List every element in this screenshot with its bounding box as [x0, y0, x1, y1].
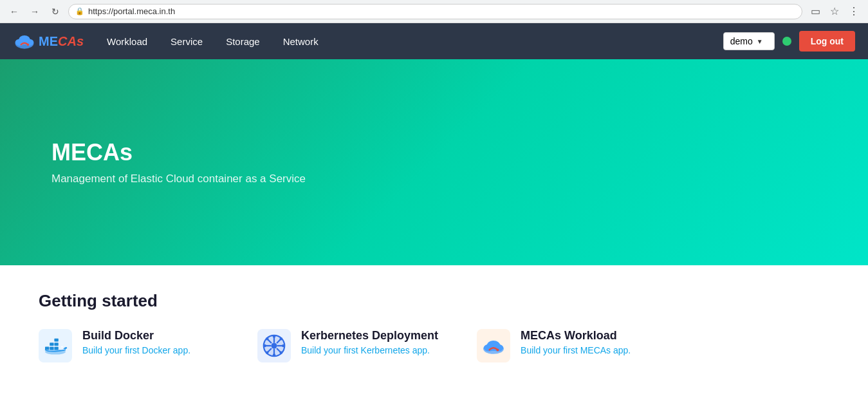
address-bar[interactable]: 🔒 https://portal.meca.in.th: [68, 4, 802, 19]
svg-point-24: [273, 335, 276, 338]
nav-storage[interactable]: Storage: [216, 31, 270, 52]
kubernetes-card-title: Kerbernetes Deployment: [301, 329, 438, 343]
logout-button[interactable]: Log out: [799, 31, 855, 52]
hero-content: MECAs Management of Elastic Cloud contai…: [51, 139, 306, 185]
kubernetes-card-info: Kerbernetes Deployment Build your first …: [301, 329, 438, 355]
svg-point-30: [280, 337, 283, 341]
svg-point-29: [280, 352, 283, 355]
user-name: demo: [730, 36, 753, 46]
svg-point-15: [272, 343, 277, 349]
docker-card-info: Build Docker Build your first Docker app…: [82, 329, 190, 355]
hero-section: MECAs Management of Elastic Cloud contai…: [0, 59, 868, 265]
kubernetes-card-desc: Build your first Kerbernetes app.: [301, 345, 438, 355]
kubernetes-card[interactable]: Kerbernetes Deployment Build your first …: [257, 329, 438, 362]
mecas-card-title: MECAs Workload: [521, 329, 631, 343]
mecas-card-info: MECAs Workload Build your first MECAs ap…: [521, 329, 631, 355]
svg-rect-8: [50, 343, 53, 346]
svg-point-26: [263, 344, 266, 348]
logo-me: ME: [39, 34, 58, 49]
nav-service[interactable]: Service: [160, 31, 213, 52]
reload-button[interactable]: ↻: [48, 4, 63, 19]
svg-rect-5: [45, 347, 49, 350]
svg-rect-9: [54, 343, 58, 346]
svg-point-28: [266, 337, 269, 341]
kubernetes-icon-container: [257, 329, 291, 362]
cast-button[interactable]: ▭: [808, 4, 823, 19]
mecas-icon-container: [477, 329, 510, 362]
logo-s: s: [77, 34, 84, 49]
svg-point-31: [266, 352, 269, 355]
nav-links: Workload Service Storage Network: [97, 31, 723, 52]
section-title: Getting started: [39, 291, 829, 311]
hero-title: MECAs: [51, 139, 306, 166]
cards-row: Build Docker Build your first Docker app…: [39, 329, 829, 362]
docker-icon-container: [39, 329, 72, 362]
mecas-card-desc: Build your first MECAs app.: [521, 345, 631, 355]
docker-card[interactable]: Build Docker Build your first Docker app…: [39, 329, 219, 362]
svg-point-4: [27, 44, 30, 46]
bookmark-button[interactable]: ☆: [827, 4, 842, 19]
mecas-card[interactable]: MECAs Workload Build your first MECAs ap…: [477, 329, 657, 362]
url-text: https://portal.meca.in.th: [88, 6, 175, 16]
browser-chrome: ← → ↻ 🔒 https://portal.meca.in.th ▭ ☆ ⋮: [0, 0, 868, 23]
chevron-down-icon: ▼: [757, 38, 763, 45]
svg-rect-10: [54, 339, 58, 342]
back-button[interactable]: ←: [6, 4, 22, 19]
svg-rect-6: [50, 347, 53, 350]
svg-point-27: [282, 344, 285, 348]
svg-point-36: [496, 348, 499, 351]
svg-point-12: [61, 346, 62, 347]
nav-right: demo ▼ Log out: [723, 31, 855, 52]
docker-card-desc: Build your first Docker app.: [82, 345, 190, 355]
menu-button[interactable]: ⋮: [846, 4, 862, 19]
forward-button[interactable]: →: [27, 4, 42, 19]
docker-card-title: Build Docker: [82, 329, 190, 343]
navbar: MECAs Workload Service Storage Network d…: [0, 23, 868, 59]
hero-subtitle: Management of Elastic Cloud container as…: [51, 173, 306, 185]
getting-started-section: Getting started: [0, 265, 868, 388]
lock-icon: 🔒: [75, 7, 84, 15]
logo-ca: CA: [58, 34, 77, 49]
status-indicator: [782, 37, 791, 46]
nav-workload[interactable]: Workload: [97, 31, 158, 52]
browser-actions: ▭ ☆ ⋮: [808, 4, 862, 19]
user-dropdown[interactable]: demo ▼: [723, 32, 775, 50]
logo[interactable]: MECAs: [13, 30, 84, 53]
svg-point-25: [273, 353, 276, 357]
nav-network[interactable]: Network: [273, 31, 329, 52]
